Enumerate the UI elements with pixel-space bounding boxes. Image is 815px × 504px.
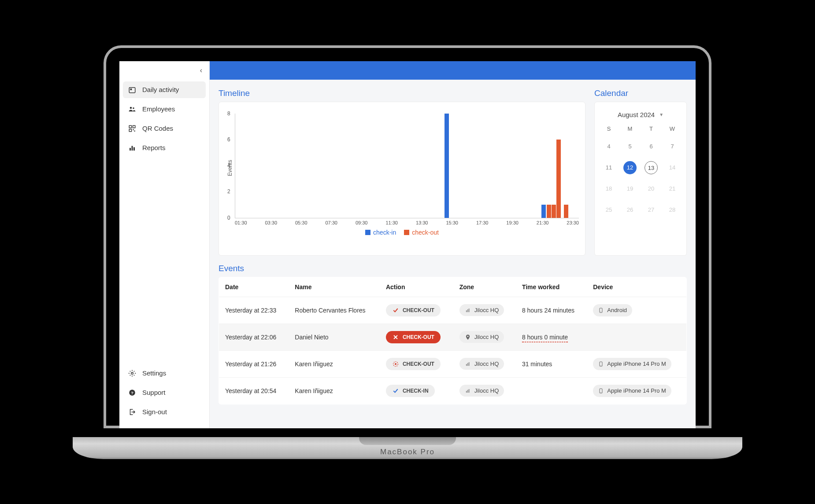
legend-checkout: check-out	[404, 229, 439, 236]
cell-name: Karen Iñiguez	[289, 377, 380, 404]
svg-rect-28	[466, 391, 467, 393]
calendar-day[interactable]: 21	[666, 182, 679, 195]
calendar-day[interactable]: 18	[602, 182, 615, 195]
calendar-day[interactable]: 27	[645, 203, 658, 217]
device-label: Apple iPhone 14 Pro M	[607, 361, 666, 367]
sidebar-collapse-button[interactable]: ‹	[119, 61, 209, 80]
events-column-header: Time worked	[516, 277, 587, 297]
action-icon	[392, 307, 399, 314]
svg-rect-16	[467, 309, 468, 312]
calendar-day[interactable]: 5	[623, 140, 637, 153]
svg-rect-25	[468, 362, 469, 365]
calendar-day[interactable]: 7	[666, 140, 679, 153]
people-icon	[128, 105, 136, 113]
calendar-day[interactable]: 13	[645, 161, 658, 174]
action-label: CHECK-OUT	[403, 334, 434, 340]
action-icon	[392, 387, 399, 394]
xtick: 09:30	[356, 220, 368, 225]
ytick: 0	[227, 215, 230, 221]
chart-legend: check-in check-out	[225, 225, 579, 236]
action-pill: CHECK-OUT	[386, 358, 441, 370]
laptop-base: MacBook Pro	[73, 437, 742, 459]
ytick: 2	[227, 188, 230, 195]
events-header-row: DateNameActionZoneTime workedDevice	[219, 277, 687, 297]
calendar-day[interactable]: 19	[623, 182, 637, 195]
device-label: Android	[607, 307, 627, 313]
cell-action: CHECK-IN	[380, 377, 453, 404]
cell-action: CHECK-OUT	[380, 350, 453, 377]
xtick: 03:30	[265, 220, 277, 225]
sidebar-item-label: Employees	[142, 105, 175, 113]
sidebar-item-employees[interactable]: Employees	[123, 101, 206, 118]
calendar-day[interactable]: 25	[602, 203, 615, 217]
svg-point-2	[130, 107, 132, 109]
calendar-day[interactable]: 26	[623, 203, 637, 217]
svg-rect-6	[129, 129, 131, 131]
xtick: 15:30	[446, 220, 458, 225]
svg-point-32	[601, 392, 601, 393]
cell-date: Yesterday at 22:06	[219, 324, 289, 350]
action-pill: CHECK-OUT	[386, 304, 441, 316]
sidebar-item-settings[interactable]: Settings	[123, 365, 206, 382]
calendar-today-icon	[128, 86, 136, 94]
chart-bar	[552, 205, 556, 218]
timeline-card: Events 02468 01:3003:3005:3007:3009:3011…	[219, 102, 585, 256]
cell-date: Yesterday at 20:54	[219, 377, 289, 404]
sidebar-item-daily-activity[interactable]: Daily activity	[123, 81, 206, 98]
sidebar-item-qr-codes[interactable]: QR Codes	[123, 120, 206, 137]
events-title: Events	[219, 264, 687, 273]
action-label: CHECK-IN	[403, 388, 429, 394]
chart-bar	[541, 205, 546, 218]
svg-rect-0	[129, 87, 135, 92]
table-row[interactable]: Yesterday at 22:06Daniel NietoCHECK-OUTJ…	[219, 324, 687, 350]
chart-xticks: 01:3003:3005:3007:3009:3011:3013:3015:30…	[235, 218, 579, 225]
xtick: 23:30	[567, 220, 579, 225]
sidebar-item-support[interactable]: ? Support	[123, 384, 206, 401]
chevron-left-icon: ‹	[200, 66, 202, 74]
xtick: 01:30	[235, 220, 247, 225]
zone-label: Jilocc HQ	[474, 387, 499, 394]
events-column-header: Date	[219, 277, 289, 297]
zone-icon	[465, 388, 471, 394]
calendar-day[interactable]: 4	[602, 140, 615, 153]
sidebar-item-label: Daily activity	[142, 86, 179, 93]
table-row[interactable]: Yesterday at 20:54Karen IñiguezCHECK-INJ…	[219, 377, 687, 404]
table-row[interactable]: Yesterday at 21:26Karen IñiguezCHECK-OUT…	[219, 350, 687, 377]
cell-device	[587, 324, 686, 350]
sidebar-item-reports[interactable]: Reports	[123, 140, 206, 156]
calendar-day[interactable]: 6	[645, 140, 658, 153]
svg-point-22	[395, 363, 396, 365]
zone-icon	[465, 361, 471, 367]
calendar-day[interactable]: 20	[645, 182, 658, 195]
svg-point-20	[467, 335, 468, 337]
svg-rect-1	[130, 88, 132, 90]
content: Timeline Events 02468 01:3003:3005:3007:…	[210, 80, 696, 428]
calendar-month-picker[interactable]: August 2024 ▼	[599, 111, 682, 118]
xtick: 21:30	[537, 220, 549, 225]
cell-date: Yesterday at 21:26	[219, 350, 289, 377]
device-label: Apple iPhone 14 Pro M	[607, 387, 666, 394]
calendar-day[interactable]: 12	[623, 161, 637, 174]
events-table: DateNameActionZoneTime workedDevice Yest…	[219, 277, 687, 405]
action-pill: CHECK-OUT	[386, 331, 441, 343]
svg-rect-5	[133, 125, 135, 128]
timeline-chart: 02468	[235, 114, 579, 218]
cell-zone: Jilocc HQ	[453, 350, 516, 377]
zone-pill: Jilocc HQ	[459, 304, 504, 316]
calendar-day[interactable]: 28	[666, 203, 679, 217]
calendar-day[interactable]: 14	[666, 161, 679, 174]
sidebar-item-signout[interactable]: Sign-out	[123, 404, 206, 420]
calendar-title: Calendar	[594, 88, 687, 98]
table-row[interactable]: Yesterday at 22:33Roberto Cervantes Flor…	[219, 297, 687, 324]
cell-action: CHECK-OUT	[380, 324, 453, 350]
calendar-day[interactable]: 11	[602, 161, 615, 174]
events-column-header: Name	[289, 277, 380, 297]
action-pill: CHECK-IN	[386, 385, 435, 397]
xtick: 05:30	[295, 220, 307, 225]
swatch-checkin-icon	[365, 230, 370, 235]
xtick: 13:30	[416, 220, 428, 225]
dropdown-icon: ▼	[659, 112, 663, 117]
calendar-card: August 2024 ▼ SMTW4567111213141819202125…	[594, 102, 687, 256]
zone-pill: Jilocc HQ	[459, 385, 504, 397]
sidebar-item-label: Support	[142, 389, 166, 396]
